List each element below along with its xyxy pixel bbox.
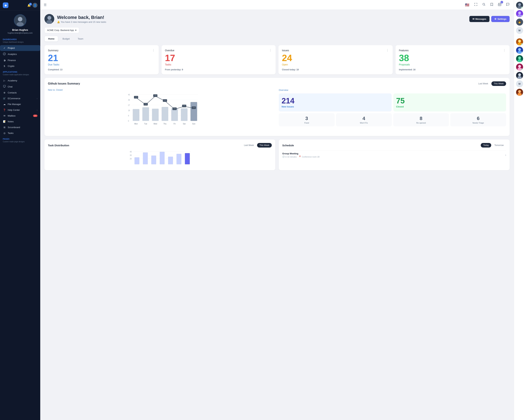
new-issues-number: 214 [281, 97, 294, 105]
stat-menu-overdue[interactable]: ⋮ [269, 49, 272, 52]
status-dot [521, 43, 523, 45]
svg-text:Tue: Tue [144, 123, 147, 125]
sidebar-item-help-center[interactable]: ❓ Help Center › [0, 107, 40, 113]
status-dot [521, 69, 523, 70]
bell-icon: 🔔 [57, 21, 60, 23]
right-avatar-3[interactable]: 🧑 [516, 19, 523, 26]
stat-title-overdue: Overdue [165, 49, 175, 52]
message-icon[interactable] [505, 2, 510, 8]
stat-menu-issues[interactable]: ⋮ [386, 49, 389, 52]
settings-button[interactable]: ⚙ Settings [491, 16, 510, 22]
mailbox-badge: 27 [33, 115, 38, 117]
messages-button[interactable]: ✉ Messages [469, 16, 489, 22]
stat-number-issues: 24 [282, 53, 389, 63]
notification-bell[interactable]: 🔔 3 [27, 4, 31, 7]
right-avatar-6[interactable] [516, 55, 523, 62]
tab-budget[interactable]: Budget [59, 36, 73, 42]
stat-footer-issues: Closed today: 19 [282, 68, 389, 71]
sidebar-item-analytics[interactable]: Analytics [0, 51, 40, 57]
svg-rect-27 [181, 108, 188, 121]
right-avatar-8[interactable] [516, 72, 523, 79]
sidebar-item-label: Mailbox [8, 114, 16, 117]
topbar: ☰ 🇺🇸 5 [40, 0, 514, 10]
clock-icon: 🕐 [282, 156, 285, 158]
task-dist-title: Task Distribution [48, 144, 69, 147]
welcome-title: Welcome back, Brian! [57, 15, 106, 20]
chat-icon [3, 85, 6, 88]
right-avatar-1[interactable] [516, 2, 523, 9]
github-week-toggle: Last Week This Week [476, 81, 506, 86]
ecommerce-icon: 🛒 [3, 97, 6, 100]
stat-number-summary: 21 [48, 53, 155, 63]
search-icon[interactable] [481, 2, 487, 8]
dashboards-sub: Unique dashboard designs [3, 41, 38, 43]
bookmark-icon[interactable] [489, 2, 494, 8]
hamburger-button[interactable]: ☰ [44, 3, 47, 7]
event-title: Group Meeting [282, 152, 319, 155]
right-avatar-9[interactable] [516, 89, 523, 96]
svg-text:0: 0 [128, 120, 129, 122]
tab-team[interactable]: Team [74, 36, 87, 42]
tab-home[interactable]: Home [45, 36, 58, 42]
sidebar-item-project[interactable]: ✓ Project [0, 45, 40, 51]
app-logo[interactable]: ◆ [3, 2, 8, 8]
stat-label-features: Proposals [399, 63, 506, 66]
stat-title-summary: Summary [48, 49, 58, 52]
fullscreen-icon[interactable] [473, 2, 478, 8]
sidebar-item-label: Contacts [8, 91, 17, 94]
today-btn[interactable]: Today [481, 143, 491, 148]
project-selector[interactable]: ACME Corp. Backend App ▾ [45, 27, 79, 33]
overview-label: Overview [279, 89, 506, 91]
chevron-down-icon: ▾ [75, 29, 76, 31]
sidebar-item-scrumboard[interactable]: ⊞ Scrumboard [0, 124, 40, 130]
sidebar-item-notes[interactable]: 📝 Notes [0, 119, 40, 124]
right-avatar-5[interactable] [516, 47, 523, 54]
sidebar-item-tasks[interactable]: ◎ Tasks [0, 130, 40, 136]
right-avatar-4[interactable] [516, 38, 523, 45]
notes-icon: 📝 [3, 120, 6, 123]
flag-icon[interactable]: 🇺🇸 [464, 2, 470, 8]
sidebar-item-academy[interactable]: ▷ Academy [0, 78, 40, 84]
last-week-btn[interactable]: Last Week [476, 81, 490, 86]
svg-rect-63 [135, 157, 140, 164]
svg-point-37 [155, 95, 156, 97]
svg-text:Sun: Sun [192, 123, 196, 125]
github-chart: 45 36 27 18 9 0 [48, 93, 275, 132]
user-profile: Brian Hughes hughes.brian@company.com [0, 11, 40, 37]
right-avatar-m1[interactable]: M [516, 27, 523, 34]
scrumboard-icon: ⊞ [3, 126, 6, 129]
sidebar-item-contacts[interactable]: ⊛ Contacts [0, 90, 40, 95]
sidebar-item-finance[interactable]: ◑ Finance [0, 57, 40, 63]
inbox-icon[interactable]: 5 [497, 2, 502, 8]
sidebar-item-file-manager[interactable]: ☁ File Manager [0, 101, 40, 107]
sidebar-item-chat[interactable]: Chat [0, 84, 40, 90]
event-chevron-icon[interactable]: › [505, 153, 506, 157]
stat-card-features: Features ⋮ 38 Proposals Implemented: 16 [395, 45, 510, 74]
stat-menu-features[interactable]: ⋮ [503, 49, 506, 52]
tomorrow-btn[interactable]: Tomorrow [492, 143, 506, 148]
task-this-week-btn[interactable]: This Week [257, 143, 272, 148]
svg-rect-22 [133, 109, 140, 121]
stat-title-issues: Issues [282, 49, 289, 52]
svg-rect-28 [191, 102, 197, 121]
stat-menu-summary[interactable]: ⋮ [152, 49, 155, 52]
new-issues-label: New Issues [281, 105, 294, 108]
this-week-btn[interactable]: This Week [491, 81, 506, 86]
sidebar-item-mailbox[interactable]: ✉ Mailbox 27 [0, 113, 40, 119]
applications-sub: Custom made application designs [3, 74, 38, 75]
crypto-icon: $ [3, 65, 6, 67]
svg-rect-25 [162, 107, 168, 121]
right-avatar-7[interactable] [516, 64, 523, 71]
task-last-week-btn[interactable]: Last Week [242, 143, 256, 148]
wontfix-label: Won't Fix [338, 122, 390, 124]
sidebar-user-avatar[interactable]: 👤 [33, 3, 38, 8]
stat-label-summary: Due Tasks [48, 63, 155, 66]
right-avatar-2[interactable] [516, 10, 523, 17]
reopened-number: 8 [395, 116, 447, 121]
sidebar-item-ecommerce[interactable]: 🛒 ECommerce › [0, 95, 40, 101]
right-sidebar-divider [517, 36, 522, 36]
svg-rect-24 [152, 109, 159, 121]
new-issues-card: 214 New Issues [279, 93, 392, 112]
right-avatar-m2[interactable]: M [516, 80, 523, 87]
sidebar-item-crypto[interactable]: $ Crypto [0, 63, 40, 69]
